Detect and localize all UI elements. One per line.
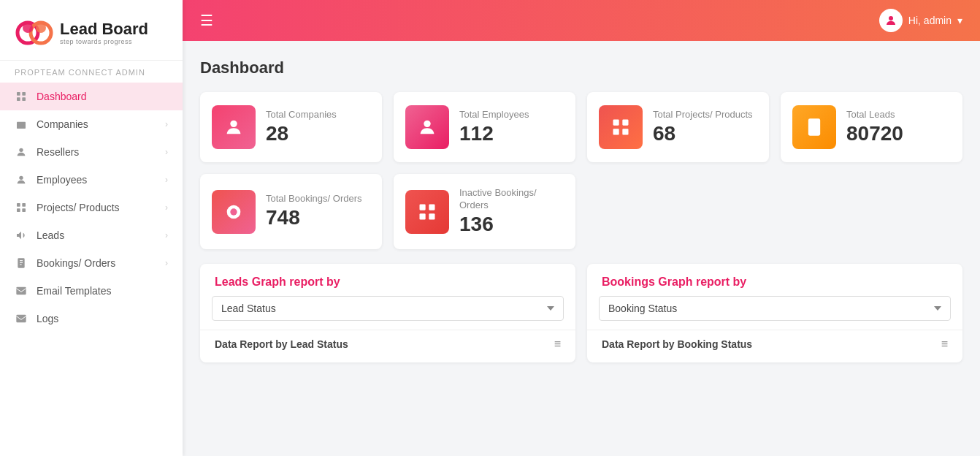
svg-rect-12 — [22, 203, 26, 207]
svg-rect-16 — [16, 287, 26, 295]
stat-value-leads: 80720 — [846, 121, 903, 146]
svg-rect-21 — [613, 120, 619, 126]
sidebar-item-leads[interactable]: Leads › — [0, 221, 183, 249]
nav-arrow-employees: › — [165, 175, 168, 185]
stat-label-bookings: Total Bookings/ Orders — [266, 193, 362, 205]
sidebar-item-label-employees: Employees — [37, 174, 87, 186]
stat-icon-leads — [792, 105, 836, 149]
svg-rect-4 — [17, 92, 20, 96]
stat-card-bookings: Total Bookings/ Orders 748 — [200, 174, 382, 249]
stat-card-inactive: Inactive Bookings/ Orders 136 — [394, 174, 575, 249]
svg-point-19 — [230, 121, 237, 127]
svg-point-9 — [19, 148, 23, 152]
nav-arrow-companies: › — [165, 119, 168, 129]
stat-info-leads: Total Leads 80720 — [846, 109, 903, 145]
leads-graph-header: Leads Graph report by — [200, 264, 575, 296]
stat-icon-projects — [599, 105, 643, 149]
svg-rect-15 — [18, 258, 24, 267]
stat-info-bookings: Total Bookings/ Orders 748 — [266, 193, 362, 229]
user-dropdown-icon[interactable]: ▾ — [957, 15, 962, 26]
logo-brand: Lead Board — [60, 20, 148, 38]
bookings-graph-header: Bookings Graph report by — [587, 264, 962, 296]
stat-label-employees: Total Employees — [459, 109, 529, 121]
stat-card-projects: Total Projects/ Products 68 — [587, 92, 769, 162]
nav-arrow-resellers: › — [165, 147, 168, 157]
leads-graph-card: Leads Graph report by Lead Status Date E… — [200, 264, 575, 362]
sidebar-item-projects[interactable]: Projects/ Products › — [0, 194, 183, 221]
svg-point-3 — [36, 23, 46, 33]
svg-rect-30 — [420, 213, 426, 219]
stat-value-bookings: 748 — [266, 205, 362, 230]
envelope-icon — [15, 312, 28, 325]
sidebar-admin-label: PROPTEAM CONNECT ADMIN — [0, 61, 183, 83]
leads-graph-menu-icon[interactable]: ≡ — [554, 338, 561, 351]
bookings-graph-menu-icon[interactable]: ≡ — [941, 338, 948, 351]
leads-graph-body-title-text: Data Report by Lead Status — [215, 338, 348, 350]
stat-icon-employees — [405, 105, 449, 149]
bookings-graph-select[interactable]: Booking Status Date Employee — [599, 296, 951, 321]
stat-value-inactive: 136 — [459, 212, 564, 237]
nav-arrow-leads: › — [165, 230, 168, 240]
user-menu[interactable]: Hi, admin ▾ — [879, 9, 962, 32]
leads-graph-title: Leads Graph report by — [215, 276, 561, 289]
sidebar-item-logs[interactable]: Logs — [0, 305, 183, 332]
sidebar-item-bookings[interactable]: Bookings/ Orders › — [0, 249, 183, 277]
sidebar-item-companies[interactable]: Companies › — [0, 110, 183, 138]
bookings-graph-select-wrap: Booking Status Date Employee — [587, 296, 962, 330]
sidebar-item-email-templates[interactable]: Email Templates — [0, 277, 183, 305]
menu-toggle-icon[interactable]: ☰ — [200, 12, 213, 29]
envelope-icon — [15, 284, 28, 297]
logo-icon — [15, 13, 54, 53]
leads-graph-body: Data Report by Lead Status ≡ — [200, 330, 575, 362]
sidebar-item-label-projects: Projects/ Products — [37, 202, 120, 213]
sidebar-item-label-logs: Logs — [37, 313, 58, 324]
leads-graph-select[interactable]: Lead Status Date Employee — [212, 296, 564, 321]
stat-label-companies: Total Companies — [266, 109, 337, 121]
svg-rect-22 — [622, 120, 628, 126]
main-content: Dashboard Total Companies 28 Total Emplo… — [183, 41, 980, 456]
stat-label-leads: Total Leads — [846, 109, 903, 121]
sidebar-item-employees[interactable]: Employees › — [0, 166, 183, 194]
svg-point-10 — [19, 176, 23, 180]
svg-point-20 — [424, 121, 430, 127]
svg-point-2 — [23, 23, 33, 33]
building-icon — [15, 118, 28, 131]
sidebar-item-resellers[interactable]: Resellers › — [0, 138, 183, 166]
stat-card-employees: Total Employees 112 — [394, 92, 575, 162]
doc-icon — [15, 256, 28, 270]
stats-row-1: Total Companies 28 Total Employees 112 T… — [200, 92, 962, 162]
stat-value-companies: 28 — [266, 121, 337, 146]
svg-rect-14 — [22, 208, 26, 212]
leads-graph-body-title: Data Report by Lead Status ≡ — [215, 338, 561, 351]
nav-arrow-projects: › — [165, 202, 168, 213]
sidebar-item-label-resellers: Resellers — [37, 146, 79, 158]
svg-rect-8 — [17, 122, 26, 129]
bookings-graph-title: Bookings Graph report by — [602, 276, 948, 289]
grid-icon — [15, 90, 28, 103]
bookings-graph-body: Data Report by Booking Status ≡ — [587, 330, 962, 362]
main-area: ☰ Hi, admin ▾ Dashboard Total Companies … — [183, 0, 980, 456]
svg-rect-6 — [17, 97, 20, 101]
svg-rect-17 — [16, 315, 26, 323]
sidebar-item-dashboard[interactable]: Dashboard — [0, 83, 183, 110]
svg-rect-28 — [420, 204, 426, 210]
stat-icon-bookings — [212, 190, 256, 234]
svg-rect-23 — [613, 129, 619, 134]
person-icon — [15, 145, 28, 159]
stat-value-projects: 68 — [653, 121, 753, 146]
svg-rect-5 — [22, 92, 26, 96]
user-avatar-icon — [884, 14, 897, 27]
top-header: ☰ Hi, admin ▾ — [183, 0, 980, 41]
graphs-section: Leads Graph report by Lead Status Date E… — [200, 264, 962, 362]
stat-label-inactive: Inactive Bookings/ Orders — [459, 187, 564, 212]
svg-point-27 — [230, 208, 237, 215]
bookings-graph-body-title: Data Report by Booking Status ≡ — [602, 338, 948, 351]
stat-value-employees: 112 — [459, 121, 529, 146]
sidebar-logo-area: Lead Board step towards progress — [0, 0, 183, 61]
stat-card-companies: Total Companies 28 — [200, 92, 382, 162]
svg-rect-24 — [622, 129, 628, 134]
sidebar-nav: Dashboard Companies › Resellers › Employ… — [0, 83, 183, 456]
sidebar-item-label-dashboard: Dashboard — [37, 91, 87, 102]
svg-point-18 — [889, 16, 893, 20]
leads-graph-select-wrap: Lead Status Date Employee — [200, 296, 575, 330]
